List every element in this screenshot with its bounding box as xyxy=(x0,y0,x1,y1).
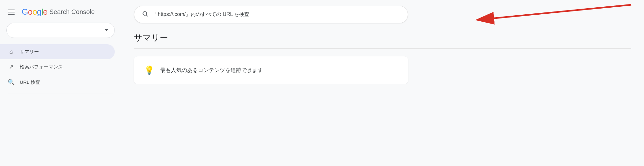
google-logo: Google xyxy=(22,7,48,17)
search-bar-icon xyxy=(142,11,148,18)
search-bar[interactable]: 「https://.com/」内のすべての URL を検査 xyxy=(134,6,408,23)
property-selector[interactable] xyxy=(6,23,115,38)
card-description: 最も人気のあるコンテンツを追跡できます xyxy=(160,67,263,74)
search-icon: 🔍 xyxy=(8,79,15,86)
main-content: 「https://.com/」内のすべての URL を検査 サマリー 💡 最も人… xyxy=(121,0,644,84)
main-wrapper: 「https://.com/」内のすべての URL を検査 サマリー 💡 最も人… xyxy=(121,0,644,166)
sidebar-item-label-performance: 検索パフォーマンス xyxy=(20,64,63,70)
sidebar-header: Google Search Console xyxy=(0,0,121,23)
nav-divider xyxy=(8,93,113,93)
hamburger-menu-button[interactable] xyxy=(6,8,16,16)
sidebar-item-url-inspection[interactable]: 🔍 URL 検査 xyxy=(0,75,115,90)
sidebar-item-label-url: URL 検査 xyxy=(20,79,40,85)
search-bar-area: 「https://.com/」内のすべての URL を検査 xyxy=(121,0,644,29)
svg-line-1 xyxy=(146,15,148,16)
sidebar-nav: ⌂ サマリー ↗ 検索パフォーマンス 🔍 URL 検査 xyxy=(0,44,121,90)
trending-up-icon: ↗ xyxy=(8,63,15,70)
summary-card: 💡 最も人気のあるコンテンツを追跡できます xyxy=(134,56,408,84)
app-name: Search Console xyxy=(49,8,95,16)
search-bar-text: 「https://.com/」内のすべての URL を検査 xyxy=(153,11,400,18)
home-icon: ⌂ xyxy=(8,48,15,55)
sidebar-item-summary[interactable]: ⌂ サマリー xyxy=(0,44,115,59)
sidebar-item-search-performance[interactable]: ↗ 検索パフォーマンス xyxy=(0,59,115,75)
sidebar: Google Search Console ⌂ サマリー ↗ 検索パフォーマンス… xyxy=(0,0,121,166)
search-suffix: .com/」内のすべての URL を検査 xyxy=(173,11,249,17)
chevron-down-icon xyxy=(105,29,108,31)
page-title-area: サマリー xyxy=(121,29,644,48)
page-title: サマリー xyxy=(134,32,631,43)
search-prefix: 「https:// xyxy=(153,11,173,17)
page-divider xyxy=(134,48,631,49)
logo-area: Google Search Console xyxy=(22,7,95,17)
sidebar-item-label-summary: サマリー xyxy=(20,49,39,55)
bulb-icon: 💡 xyxy=(144,65,154,75)
